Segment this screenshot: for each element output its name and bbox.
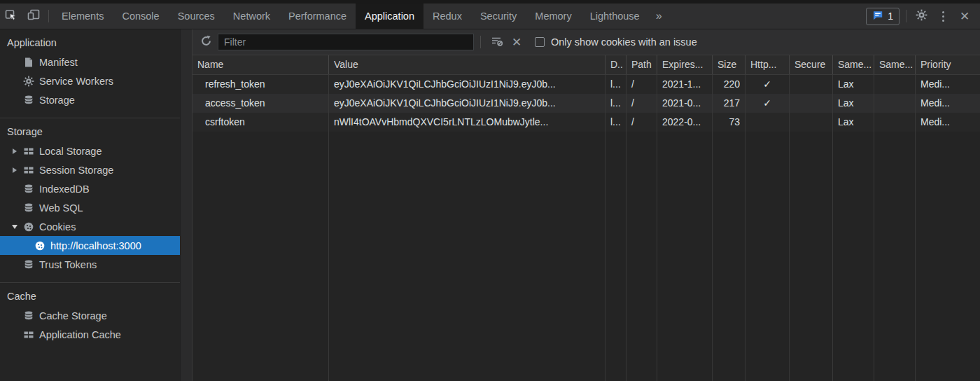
cell-name[interactable]: access_token — [192, 94, 329, 113]
only-issues-label[interactable]: Only show cookies with an issue — [551, 36, 697, 48]
cell-value[interactable]: eyJ0eXAiOiJKV1QiLCJhbGciOiJIUzI1NiJ9.eyJ… — [329, 75, 606, 94]
only-issues-checkbox[interactable] — [535, 37, 545, 47]
column-header-value[interactable]: Value — [329, 55, 606, 74]
toggle-device-toolbar-button[interactable] — [22, 4, 45, 29]
tab-console[interactable]: Console — [113, 4, 168, 29]
customize-devtools-button[interactable] — [932, 10, 953, 22]
inspect-element-button[interactable] — [0, 4, 22, 29]
cell-value[interactable]: nWlI4tOAVvHbmdQXVCI5rLNTLzLOMubwJytle... — [329, 113, 606, 132]
cell-sameparty[interactable] — [874, 113, 916, 132]
tab-label: Network — [233, 11, 270, 22]
tab-elements[interactable]: Elements — [52, 4, 113, 29]
cell-path[interactable]: / — [626, 75, 657, 94]
settings-button[interactable] — [910, 4, 932, 29]
tab-security[interactable]: Security — [471, 4, 526, 29]
column-header-samesite[interactable]: Same... — [833, 55, 874, 74]
cookies-pane: ✕ Only show cookies with an issue Name V… — [192, 29, 980, 381]
filter-input[interactable] — [218, 34, 474, 50]
disclosure-triangle-collapsed[interactable] — [11, 148, 22, 154]
cell-httponly-checkmark[interactable] — [746, 113, 790, 132]
sidebar-item-label: Session Storage — [39, 165, 113, 176]
close-devtools-button[interactable]: ✕ — [953, 4, 976, 29]
cookie-row-refresh-token[interactable]: refresh_token eyJ0eXAiOiJKV1QiLCJhbGciOi… — [192, 75, 980, 94]
section-title: Cache — [0, 284, 180, 306]
database-icon — [22, 310, 34, 321]
cell-priority[interactable]: Medi... — [916, 94, 980, 113]
column-header-expires[interactable]: Expires... — [657, 55, 713, 74]
sidebar-item-storage[interactable]: Storage — [0, 90, 180, 109]
cookie-row-access-token[interactable]: access_token eyJ0eXAiOiJKV1QiLCJhbGciOiJ… — [192, 94, 980, 113]
cell-expires[interactable]: 2022-0... — [657, 113, 713, 132]
cell-name[interactable]: refresh_token — [192, 75, 329, 94]
sidebar-item-label: Storage — [39, 95, 75, 106]
column-header-secure[interactable]: Secure — [790, 55, 833, 74]
issues-counter-button[interactable]: 1 — [866, 8, 899, 25]
cell-domain[interactable]: l... — [606, 94, 626, 113]
sidebar-item-cookies[interactable]: Cookies — [0, 217, 180, 236]
cell-sameparty[interactable] — [874, 75, 916, 94]
cell-priority[interactable]: Medi... — [916, 113, 980, 132]
sidebar-item-local-storage[interactable]: Local Storage — [0, 141, 180, 160]
sidebar-item-web-sql[interactable]: Web SQL — [0, 198, 180, 217]
sidebar-item-trust-tokens[interactable]: Trust Tokens — [0, 255, 180, 274]
column-header-size[interactable]: Size — [713, 55, 746, 74]
column-header-priority[interactable]: Priority — [916, 55, 980, 74]
cell-httponly-checkmark[interactable]: ✓ — [746, 75, 790, 94]
cell-path[interactable]: / — [626, 94, 657, 113]
column-header-httponly[interactable]: Http... — [746, 55, 790, 74]
column-header-sameparty[interactable]: Same... — [874, 55, 916, 74]
clear-filter-button[interactable] — [487, 33, 507, 51]
sidebar-item-application-cache[interactable]: Application Cache — [0, 325, 180, 344]
cell-samesite[interactable]: Lax — [833, 75, 874, 94]
cell-domain[interactable]: l... — [606, 75, 626, 94]
sidebar-item-label: Local Storage — [39, 146, 102, 157]
sidebar-scrollbar-track[interactable] — [180, 29, 192, 381]
cell-secure[interactable] — [790, 113, 833, 132]
sidebar-item-indexeddb[interactable]: IndexedDB — [0, 179, 180, 198]
tab-lighthouse[interactable]: Lighthouse — [581, 4, 649, 29]
sidebar-item-session-storage[interactable]: Session Storage — [0, 160, 180, 179]
cell-value[interactable]: eyJ0eXAiOiJKV1QiLCJhbGciOiJIUzI1NiJ9.eyJ… — [329, 94, 606, 113]
cell-domain[interactable]: l... — [606, 113, 626, 132]
cell-expires[interactable]: 2021-0... — [657, 94, 713, 113]
cell-expires[interactable]: 2021-1... — [657, 75, 713, 94]
cell-secure[interactable] — [790, 94, 833, 113]
column-header-domain[interactable]: D.. — [606, 55, 626, 74]
refresh-icon — [200, 35, 212, 50]
cell-sameparty[interactable] — [874, 94, 916, 113]
tab-redux[interactable]: Redux — [424, 4, 471, 29]
column-header-name[interactable]: Name — [192, 55, 329, 74]
cell-priority[interactable]: Medi... — [916, 75, 980, 94]
disclosure-triangle-collapsed[interactable] — [11, 167, 22, 173]
cell-samesite[interactable]: Lax — [833, 94, 874, 113]
cell-size[interactable]: 217 — [713, 94, 746, 113]
cell-size[interactable]: 73 — [713, 113, 746, 132]
cell-size[interactable]: 220 — [713, 75, 746, 94]
cell-httponly-checkmark[interactable]: ✓ — [746, 94, 790, 113]
tab-application[interactable]: Application — [356, 4, 424, 29]
cookie-row-csrftoken[interactable]: csrftoken nWlI4tOAVvHbmdQXVCI5rLNTLzLOMu… — [192, 113, 980, 132]
table-icon — [22, 145, 34, 157]
sidebar-item-service-workers[interactable]: Service Workers — [0, 71, 180, 90]
tab-network[interactable]: Network — [224, 4, 279, 29]
more-tabs-button[interactable]: » — [649, 10, 669, 22]
sidebar-item-cache-storage[interactable]: Cache Storage — [0, 306, 180, 325]
sidebar-section-cache: Cache Cache Storage Application Cache — [0, 282, 180, 352]
tab-memory[interactable]: Memory — [526, 4, 580, 29]
delete-all-cookies-button[interactable]: ✕ — [507, 33, 526, 51]
cell-secure[interactable] — [790, 75, 833, 94]
cell-name[interactable]: csrftoken — [192, 113, 329, 132]
cell-path[interactable]: / — [626, 113, 657, 132]
disclosure-triangle-expanded[interactable] — [11, 225, 22, 229]
cell-samesite[interactable]: Lax — [833, 113, 874, 132]
tab-sources[interactable]: Sources — [169, 4, 224, 29]
sidebar-item-cookies-localhost-3000[interactable]: http://localhost:3000 — [0, 236, 180, 255]
tab-label: Performance — [288, 11, 346, 22]
refresh-button[interactable] — [196, 33, 216, 51]
sidebar-item-label: Web SQL — [39, 202, 83, 214]
database-icon — [22, 94, 34, 106]
cookies-table: Name Value D.. Path Expires... Size Http… — [192, 55, 980, 381]
sidebar-item-manifest[interactable]: Manifest — [0, 53, 180, 71]
tab-performance[interactable]: Performance — [279, 4, 356, 29]
column-header-path[interactable]: Path — [626, 55, 657, 74]
